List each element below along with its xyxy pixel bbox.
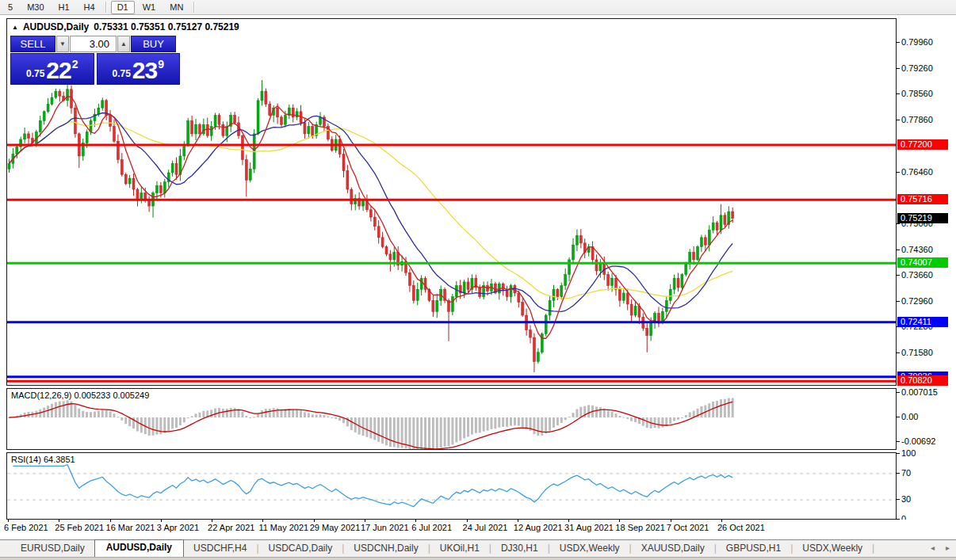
date-label: 12 Aug 2021 [514, 523, 563, 532]
axis-tick-mark [896, 42, 900, 43]
timeframe-button-h4[interactable]: H4 [78, 1, 101, 14]
chart-title: ▲ AUDUSD,Daily 0.75331 0.75351 0.75127 0… [12, 21, 239, 32]
axis-tick-mark [896, 453, 900, 454]
axis-tick-mark [896, 441, 900, 442]
axis-tick-mark [896, 93, 900, 94]
date-tick-mark [314, 520, 315, 522]
chart-tab-usdchf[interactable]: USDCHF,H4 [184, 541, 256, 557]
date-label: 6 Jul 2021 [411, 523, 452, 532]
date-tick-mark [212, 520, 212, 522]
volume-input[interactable]: 3.00 [70, 36, 117, 52]
price-level-marker-support-074007: 0.74007 [897, 257, 948, 268]
timeframe-button-d1[interactable]: D1 [111, 1, 135, 14]
date-tick-mark [619, 520, 620, 522]
tab-scroll-left-icon[interactable]: ◂ [931, 543, 935, 552]
toolbar-separator [193, 2, 195, 13]
rsi-panel[interactable]: RSI(14) 64.3851 [6, 452, 897, 520]
spin-down-icon: ▼ [59, 40, 66, 48]
spin-up-icon: ▲ [120, 40, 127, 48]
axis-tick-mark [896, 120, 900, 120]
date-tick-mark [8, 520, 9, 522]
rsi-canvas [7, 453, 896, 519]
date-axis[interactable]: 6 Feb 202125 Feb 202116 Mar 20213 Apr 20… [0, 520, 956, 539]
tab-scroll-arrows: ◂▸ [931, 543, 950, 552]
macd-axis-label: -0.00692 [901, 436, 935, 446]
date-label: 24 Jul 2021 [463, 523, 508, 532]
sell-price-pip: 2 [72, 58, 78, 70]
chart-tab-usdx[interactable]: USDX,Weekly [550, 541, 629, 557]
tab-scroll-right-icon[interactable]: ▸ [946, 543, 950, 552]
date-label: 31 Aug 2021 [564, 523, 614, 532]
axis-tick-mark [896, 250, 900, 250]
date-label: 18 Sep 2021 [615, 523, 664, 532]
date-tick-mark [262, 520, 263, 522]
rsi-axis-label: 100 [901, 448, 916, 458]
price-level-marker-support-070820: 0.70820 [897, 375, 948, 386]
timeframe-button-m30[interactable]: M30 [21, 1, 50, 14]
tab-separator: | [872, 543, 874, 554]
current-price-marker: 0.75219 [897, 213, 948, 223]
axis-tick-mark [896, 417, 900, 417]
chart-tab-dj30[interactable]: DJ30,H1 [491, 541, 548, 557]
timeframe-button-5[interactable]: 5 [2, 1, 19, 14]
date-tick-mark [518, 520, 518, 522]
macd-axis-label: 0.00 [901, 412, 918, 421]
timeframe-button-h1[interactable]: H1 [52, 1, 76, 14]
toolbar-separator [105, 2, 107, 13]
chart-tabs-bar: EURUSD,DailyAUDUSD,DailyUSDCHF,H4|USDCAD… [0, 539, 956, 557]
sell-price-prefix: 0.75 [26, 68, 44, 79]
macd-axis-label: 0.007015 [901, 387, 938, 397]
price-tick-label: 0.79260 [901, 63, 933, 73]
date-label: 11 May 2021 [258, 523, 308, 532]
price-tick-label: 0.79960 [901, 37, 933, 47]
date-label: 6 Feb 2021 [4, 523, 48, 532]
chart-tab-usdcad[interactable]: USDCAD,Daily [259, 541, 342, 557]
chart-tab-audusd[interactable]: AUDUSD,Daily [94, 539, 184, 557]
price-tick-label: 0.76460 [901, 167, 933, 177]
axis-tick-mark [896, 172, 900, 173]
price-level-marker-resistance-075716: 0.75716 [897, 194, 948, 204]
volume-increase-button[interactable]: ▲ [117, 36, 130, 52]
buy-price-main: 23 [132, 59, 157, 82]
chart-tab-usdcnh[interactable]: USDCNH,Daily [344, 541, 427, 557]
timeframe-button-w1[interactable]: W1 [136, 1, 163, 14]
date-tick-mark [721, 520, 722, 522]
chart-tab-xauusd[interactable]: XAUUSD,Daily [632, 541, 714, 557]
rsi-label: RSI(14) 64.3851 [11, 455, 75, 464]
buy-button[interactable]: BUY [131, 36, 176, 52]
macd-histogram [8, 398, 734, 449]
volume-decrease-button[interactable]: ▼ [56, 36, 69, 52]
chart-tab-eurusd[interactable]: EURUSD,Daily [11, 541, 94, 557]
price-axis[interactable]: 0.799600.792600.785600.778600.764600.750… [896, 15, 956, 539]
date-label: 22 Apr 2021 [208, 523, 254, 532]
axis-tick-mark [896, 275, 900, 276]
date-tick-mark [161, 520, 162, 522]
sell-button[interactable]: SELL [10, 36, 55, 52]
chart-tab-usdx-2[interactable]: USDX,Weekly [793, 541, 872, 557]
price-level-marker-resistance-0772: 0.77200 [897, 139, 948, 150]
chart-tab-ukoil[interactable]: UKOil,H1 [430, 541, 489, 557]
collapse-arrow-icon[interactable]: ▲ [12, 24, 18, 31]
date-tick-mark [59, 520, 59, 522]
date-label: 29 May 2021 [310, 523, 361, 532]
sell-price-box[interactable]: 0.75 22 2 [10, 53, 94, 85]
timeframe-toolbar: 5M30H1H4D1W1MN [0, 0, 956, 15]
price-tick-label: 0.72960 [901, 296, 933, 306]
window-bottom-edge [0, 557, 956, 560]
chart-tab-gbpusd[interactable]: GBPUSD,H1 [717, 541, 790, 557]
timeframe-button-mn[interactable]: MN [163, 1, 189, 14]
price-tick-label: 0.77860 [901, 115, 933, 124]
axis-tick-mark [896, 473, 900, 474]
price-level-marker-support-072411: 0.72411 [897, 317, 948, 327]
axis-tick-mark [896, 68, 900, 69]
buy-price-box[interactable]: 0.75 23 9 [97, 53, 181, 85]
date-label: 16 Mar 2021 [106, 523, 155, 532]
date-label: 25 Feb 2021 [55, 523, 104, 532]
chart-ohlc-values: 0.75331 0.75351 0.75127 0.75219 [94, 21, 239, 32]
price-tick-label: 0.74360 [901, 245, 933, 254]
price-chart-panel[interactable]: ▲ AUDUSD,Daily 0.75331 0.75351 0.75127 0… [6, 18, 897, 386]
chart-symbol-label: AUDUSD,Daily [23, 21, 89, 32]
axis-tick-mark [896, 499, 900, 500]
macd-panel[interactable]: MACD(12,26,9) 0.005233 0.005249 [6, 388, 897, 450]
date-tick-mark [365, 520, 365, 522]
